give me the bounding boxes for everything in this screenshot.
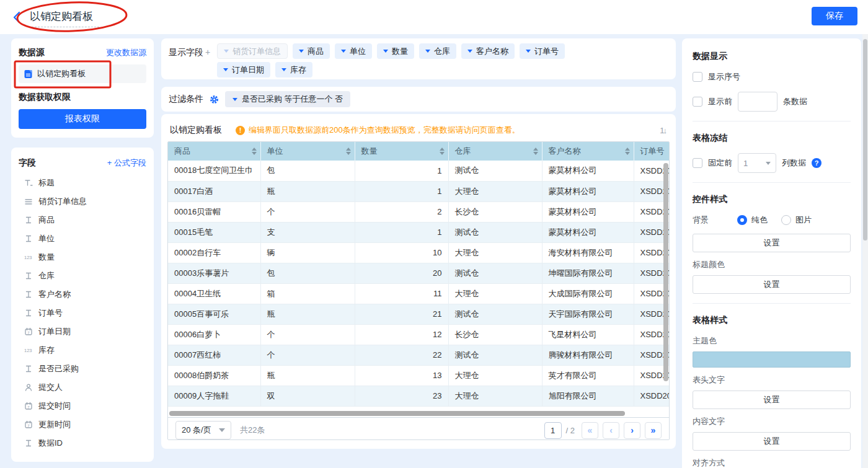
bg-image-option[interactable]: 图片: [781, 214, 812, 226]
field-item[interactable]: 提交人: [19, 378, 146, 397]
column-header[interactable]: 商品: [168, 142, 260, 161]
column-header[interactable]: 仓库: [448, 142, 542, 161]
field-item[interactable]: 7提交时间: [19, 397, 146, 415]
bg-solid-option[interactable]: 纯色: [737, 214, 768, 226]
sort-icon[interactable]: [440, 148, 445, 155]
svg-text:123: 123: [24, 348, 32, 353]
table-cell: 00015毛笔: [168, 222, 260, 242]
table-row: 00006白萝卜个12长沙仓飞星材料公司XSDD20: [168, 324, 670, 345]
column-header[interactable]: 数量: [355, 142, 448, 161]
chip-label: 销货订单信息: [232, 46, 281, 57]
show-first-checkbox[interactable]: [693, 97, 702, 107]
warning-text: 编辑界面只取数据源前200条作为查询数据预览，完整数据请访问页面查看。: [249, 125, 520, 136]
current-page-input[interactable]: 1: [544, 422, 562, 439]
column-header[interactable]: 客户名称: [542, 142, 634, 161]
table-cell: 00018七度空间卫生巾: [168, 161, 260, 181]
freeze-prefix: 固定前: [708, 157, 732, 169]
radio-selected-icon[interactable]: [737, 215, 747, 225]
vertical-scrollbar-thumb[interactable]: [663, 163, 668, 381]
table-cell: 长沙仓: [448, 324, 542, 345]
first-page-button[interactable]: «: [582, 422, 598, 439]
header-text-set-button[interactable]: 设置: [693, 391, 851, 409]
filter-card: 过滤条件 是否已采购 等于任意一个 否: [161, 87, 676, 112]
field-item[interactable]: 是否已采购: [19, 360, 146, 378]
table-cell: 大理仓: [448, 181, 542, 201]
page-scrollbar-thumb[interactable]: [863, 39, 867, 241]
table-cell: 坤曜国际有限公司: [542, 263, 634, 283]
chevron-down-icon: [232, 98, 237, 101]
display-field-chip[interactable]: 客户名称: [461, 43, 515, 59]
display-field-chip[interactable]: 商品: [293, 43, 330, 59]
theme-color-swatch[interactable]: [693, 351, 851, 368]
display-field-chip[interactable]: 库存: [275, 62, 312, 77]
column-header[interactable]: 单位: [260, 142, 355, 161]
field-item[interactable]: 123数量: [19, 248, 146, 267]
chip-label: 库存: [290, 64, 306, 76]
table-cell: 00008伯爵奶茶: [168, 365, 260, 386]
radio-icon[interactable]: [781, 215, 791, 225]
add-display-field-button[interactable]: +: [205, 47, 210, 57]
save-button[interactable]: 保存: [812, 7, 857, 25]
horizontal-scrollbar: [168, 411, 669, 417]
field-label: 商品: [38, 214, 55, 226]
display-field-chip[interactable]: 仓库: [419, 43, 456, 59]
column-label: 单位: [267, 146, 283, 157]
background-set-button[interactable]: 设置: [693, 234, 851, 252]
sort-icon[interactable]: [346, 148, 351, 155]
field-item[interactable]: 123库存: [19, 341, 146, 360]
chevron-down-icon: [219, 428, 225, 432]
field-item[interactable]: 数据ID: [19, 434, 146, 453]
next-page-button[interactable]: ›: [624, 422, 640, 439]
field-item[interactable]: 客户名称: [19, 285, 146, 304]
display-field-chip[interactable]: 订单日期: [217, 62, 270, 77]
sort-order-icon[interactable]: 1↓: [660, 126, 667, 135]
field-item[interactable]: 7订单日期: [19, 322, 146, 341]
back-icon[interactable]: [11, 11, 24, 24]
page-title[interactable]: 以销定购看板: [29, 8, 99, 27]
content-text-set-button[interactable]: 设置: [693, 432, 851, 451]
show-index-checkbox[interactable]: [693, 72, 702, 82]
title-color-set-button[interactable]: 设置: [693, 275, 851, 294]
field-label: 数量: [38, 252, 55, 263]
field-label: 更新时间: [38, 419, 71, 430]
field-item[interactable]: 销货订单信息: [19, 192, 146, 211]
horizontal-scrollbar-thumb[interactable]: [169, 411, 625, 416]
field-item[interactable]: 单位: [19, 229, 146, 248]
display-field-chip[interactable]: 数量: [377, 43, 414, 59]
table-cell: 大理仓: [448, 283, 542, 304]
sort-icon[interactable]: [533, 148, 538, 155]
last-page-button[interactable]: »: [645, 422, 662, 439]
field-item[interactable]: 订单号: [19, 304, 146, 322]
show-first-count-input[interactable]: [738, 92, 777, 112]
report-permission-button[interactable]: 报表权限: [19, 109, 146, 129]
sort-icon[interactable]: [252, 148, 257, 155]
column-label: 商品: [174, 146, 190, 157]
freeze-checkbox[interactable]: [693, 158, 702, 168]
table-row: 00017白酒瓶1大理仓蒙莫材料公司XSDD20: [168, 181, 670, 201]
add-formula-field-link[interactable]: + 公式字段: [107, 157, 146, 169]
table-cell: 蒙莫材料公司: [542, 222, 634, 242]
prev-page-button[interactable]: ‹: [603, 422, 619, 439]
page-size-select[interactable]: 20 条/页: [175, 421, 231, 439]
freeze-count-select[interactable]: 1: [738, 153, 776, 173]
help-icon[interactable]: ?: [812, 158, 822, 168]
datasource-item[interactable]: 以销定购看板: [19, 64, 146, 83]
display-field-chip[interactable]: 订单号: [520, 43, 565, 59]
field-item[interactable]: 仓库: [19, 267, 146, 285]
header-text-label: 表头文字: [693, 374, 851, 386]
change-datasource-link[interactable]: 更改数据源: [106, 47, 146, 58]
chip-label: 客户名称: [476, 46, 508, 57]
column-header[interactable]: 订单号: [634, 142, 669, 161]
fields-card: 字段 + 公式字段 标题销货订单信息商品单位123数量仓库客户名称订单号7订单日…: [11, 148, 154, 462]
text-icon: [24, 215, 33, 225]
filter-condition-chip[interactable]: 是否已采购 等于任意一个 否: [225, 91, 350, 107]
display-field-chip[interactable]: 单位: [335, 43, 372, 59]
field-item[interactable]: 7更新时间: [19, 415, 146, 434]
sort-icon[interactable]: [625, 148, 630, 155]
field-item[interactable]: 标题: [19, 174, 146, 192]
filter-chip-label: 是否已采购 等于任意一个 否: [242, 94, 343, 105]
field-item[interactable]: 商品: [19, 211, 146, 229]
display-field-chip[interactable]: 销货订单信息: [217, 43, 288, 59]
gear-icon[interactable]: [210, 95, 219, 104]
table-cell: 包: [260, 161, 355, 181]
